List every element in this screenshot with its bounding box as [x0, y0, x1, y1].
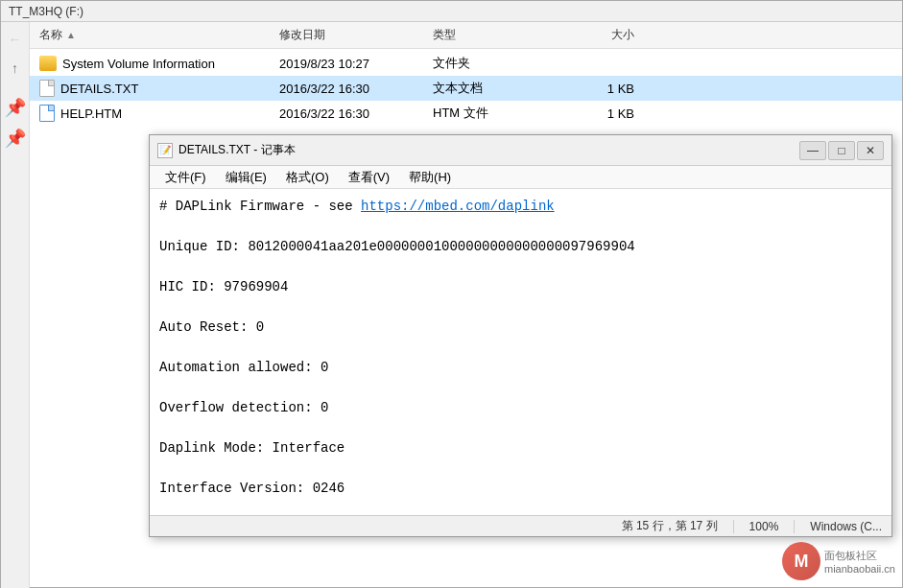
htm-file-icon — [39, 105, 55, 122]
notepad-title-left: 📝 DETAILS.TXT - 记事本 — [157, 142, 296, 158]
content-line-uid: Unique ID: 8012000041aa201e0000000100000… — [159, 239, 635, 254]
window-controls: — □ ✕ — [799, 141, 884, 160]
statusbar-divider1 — [733, 520, 734, 533]
menu-help[interactable]: 帮助(H) — [401, 167, 459, 188]
col-date-header[interactable]: 修改日期 — [279, 27, 433, 43]
menu-format[interactable]: 格式(O) — [278, 167, 337, 188]
content-line-reset: Auto Reset: 0 — [159, 319, 264, 335]
file-name-cell: HELP.HTM — [39, 105, 279, 122]
close-button[interactable]: ✕ — [857, 141, 884, 160]
file-name-cell: System Volume Information — [39, 56, 279, 71]
content-line-overflow: Overflow detection: 0 — [159, 400, 328, 415]
nav-back-button[interactable]: ← — [6, 30, 25, 49]
left-sidebar: ← ↑ 📌 📌 — [1, 22, 30, 588]
file-date-cell: 2016/3/22 16:30 — [279, 106, 433, 121]
watermark-logo: M — [782, 542, 820, 580]
column-headers: 名称 ▲ 修改日期 类型 大小 — [30, 22, 902, 49]
content-line1: # DAPLink Firmware - see — [159, 199, 361, 214]
menu-edit[interactable]: 编辑(E) — [218, 167, 274, 188]
file-date-cell: 2016/3/22 16:30 — [279, 82, 433, 96]
statusbar-divider2 — [794, 520, 795, 533]
notepad-title-text: DETAILS.TXT - 记事本 — [178, 142, 296, 158]
nav-up-button[interactable]: ↑ — [6, 59, 25, 78]
watermark: M 面包板社区 mianbaobaii.cn — [782, 542, 895, 580]
maximize-button[interactable]: □ — [828, 141, 855, 160]
file-type-cell: HTM 文件 — [433, 105, 558, 122]
menu-file[interactable]: 文件(F) — [157, 167, 214, 188]
file-type-cell: 文本文档 — [433, 80, 558, 97]
file-list: System Volume Information 2019/8/23 10:2… — [30, 49, 902, 126]
folder-icon — [39, 56, 57, 71]
notepad-window: 📝 DETAILS.TXT - 记事本 — □ ✕ 文件(F) 编辑(E) 格式… — [149, 134, 892, 537]
content-line-hic: HIC ID: 97969904 — [159, 279, 288, 294]
file-date-cell: 2019/8/23 10:27 — [279, 57, 433, 71]
menu-view[interactable]: 查看(V) — [341, 167, 397, 188]
txt-file-icon — [39, 80, 55, 97]
pin-icon: 📌 — [5, 97, 26, 118]
col-name-header[interactable]: 名称 ▲ — [39, 27, 279, 43]
notepad-app-icon: 📝 — [157, 143, 173, 158]
file-size-cell: 1 KB — [558, 82, 634, 96]
file-type-cell: 文件夹 — [433, 55, 558, 72]
explorer-title: TT_M3HQ (F:) — [9, 5, 83, 18]
col-size-header[interactable]: 大小 — [558, 27, 634, 43]
explorer-titlebar: TT_M3HQ (F:) — [1, 1, 902, 22]
status-position: 第 15 行，第 17 列 — [622, 518, 718, 534]
notepad-titlebar: 📝 DETAILS.TXT - 记事本 — □ ✕ — [150, 135, 891, 166]
minimize-button[interactable]: — — [799, 141, 826, 160]
file-name-cell: DETAILS.TXT — [39, 80, 279, 97]
notepad-statusbar: 第 15 行，第 17 列 100% Windows (C... — [150, 515, 891, 536]
notepad-content-wrapper: # DAPLink Firmware - see https://mbed.co… — [150, 189, 891, 515]
content-line-iface-ver: Interface Version: 0246 — [159, 481, 345, 496]
notepad-text-area[interactable]: # DAPLink Firmware - see https://mbed.co… — [150, 189, 891, 515]
table-row[interactable]: HELP.HTM 2016/3/22 16:30 HTM 文件 1 KB — [30, 101, 902, 126]
status-zoom: 100% — [749, 520, 779, 533]
file-size-cell: 1 KB — [558, 106, 634, 121]
col-type-header[interactable]: 类型 — [433, 27, 558, 43]
table-row[interactable]: System Volume Information 2019/8/23 10:2… — [30, 51, 902, 76]
content-line-auto: Automation allowed: 0 — [159, 360, 328, 375]
pin2-icon: 📌 — [5, 128, 26, 149]
content-link[interactable]: https://mbed.com/daplink — [361, 199, 555, 214]
notepad-menu: 文件(F) 编辑(E) 格式(O) 查看(V) 帮助(H) — [150, 166, 891, 189]
status-encoding: Windows (C... — [810, 520, 882, 533]
content-line-mode: Daplink Mode: Interface — [159, 440, 345, 456]
table-row[interactable]: DETAILS.TXT 2016/3/22 16:30 文本文档 1 KB — [30, 76, 902, 101]
